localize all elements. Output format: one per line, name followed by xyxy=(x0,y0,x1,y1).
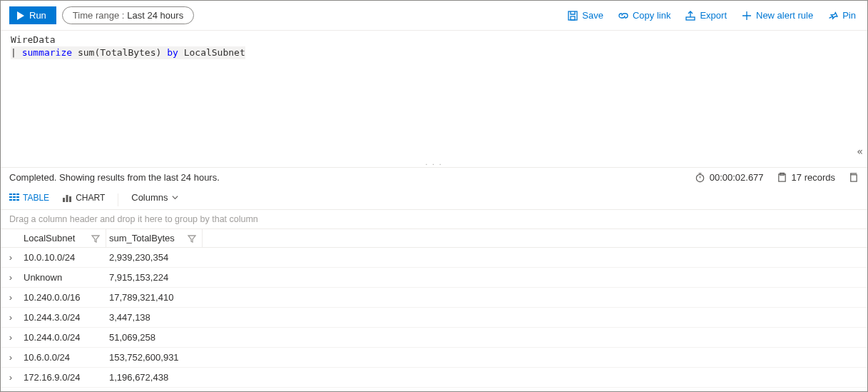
cell-localsubnet: 10.6.0.0/24 xyxy=(21,352,106,363)
svg-rect-13 xyxy=(16,196,19,198)
export-button[interactable]: Export xyxy=(680,7,731,24)
svg-rect-19 xyxy=(69,196,71,202)
columns-picker[interactable]: Columns xyxy=(131,192,178,207)
svg-rect-14 xyxy=(9,199,12,201)
cell-sum-totalbytes: 153,752,600,931 xyxy=(106,352,220,363)
groupby-dropzone[interactable]: Drag a column header and drop it here to… xyxy=(1,210,867,229)
svg-rect-11 xyxy=(9,196,12,198)
table-row[interactable]: ›172.16.9.0/241,196,672,438 xyxy=(1,368,867,388)
toolbar: Run Time range : Last 24 hours Save Copy… xyxy=(1,1,867,31)
expand-row-icon[interactable]: › xyxy=(1,352,21,363)
run-button[interactable]: Run xyxy=(9,6,56,24)
export-icon xyxy=(685,10,696,21)
tab-chart[interactable]: CHART xyxy=(62,193,105,207)
save-icon xyxy=(567,10,578,21)
table-row[interactable]: ›10.244.0.0/2451,069,258 xyxy=(1,328,867,348)
status-text: Completed. Showing results from the last… xyxy=(9,172,220,183)
table-row[interactable]: ›10.240.0.0/1617,789,321,410 xyxy=(1,288,867,308)
svg-rect-10 xyxy=(16,194,19,195)
svg-rect-18 xyxy=(66,195,68,202)
expand-row-icon[interactable]: › xyxy=(1,372,21,383)
plus-icon xyxy=(741,10,752,21)
column-header-localsubnet[interactable]: LocalSubnet xyxy=(21,229,106,247)
record-count: 17 records xyxy=(777,172,835,183)
pin-button[interactable]: Pin xyxy=(823,7,860,24)
timerange-value: Last 24 hours xyxy=(127,10,183,21)
grid-body: ›10.0.10.0/242,939,230,354›Unknown7,915,… xyxy=(1,248,867,388)
cell-sum-totalbytes: 7,915,153,224 xyxy=(106,272,220,283)
play-icon xyxy=(16,11,25,20)
cell-localsubnet: 10.244.0.0/24 xyxy=(21,332,106,343)
collapse-editor-icon[interactable]: « xyxy=(857,145,863,158)
svg-rect-15 xyxy=(13,199,16,201)
cell-sum-totalbytes: 51,069,258 xyxy=(106,332,220,343)
link-icon xyxy=(618,10,629,21)
cell-sum-totalbytes: 2,939,230,354 xyxy=(106,252,220,263)
filter-icon[interactable] xyxy=(91,234,100,243)
expand-row-icon[interactable]: › xyxy=(1,292,21,303)
clipboard-icon xyxy=(777,172,787,183)
cell-sum-totalbytes: 3,447,138 xyxy=(106,312,220,323)
svg-rect-7 xyxy=(851,175,857,181)
timerange-picker[interactable]: Time range : Last 24 hours xyxy=(62,6,194,24)
cell-localsubnet: Unknown xyxy=(21,272,106,283)
tab-table[interactable]: TABLE xyxy=(9,193,49,207)
table-row[interactable]: ›Unknown7,915,153,224 xyxy=(1,268,867,288)
timerange-label: Time range : xyxy=(73,10,125,21)
export-label: Export xyxy=(700,10,727,21)
svg-rect-2 xyxy=(571,16,575,20)
table-row[interactable]: ›10.244.3.0/243,447,138 xyxy=(1,308,867,328)
table-row[interactable]: ›10.6.0.0/24153,752,600,931 xyxy=(1,348,867,368)
chevron-down-icon xyxy=(171,194,179,201)
pane-resize-handle[interactable]: . . . xyxy=(1,161,867,168)
cell-localsubnet: 10.240.0.0/16 xyxy=(21,292,106,303)
elapsed-time: 00:00:02.677 xyxy=(695,172,764,183)
column-header-sum-totalbytes[interactable]: sum_TotalBytes xyxy=(106,229,203,247)
save-label: Save xyxy=(582,10,603,21)
expand-row-icon[interactable]: › xyxy=(1,252,21,263)
status-bar: Completed. Showing results from the last… xyxy=(1,168,867,187)
query-line1: WireData xyxy=(11,34,56,45)
new-alert-button[interactable]: New alert rule xyxy=(737,7,817,24)
svg-rect-12 xyxy=(13,196,16,198)
svg-rect-3 xyxy=(686,17,695,20)
svg-marker-0 xyxy=(17,11,24,20)
copy-results-icon[interactable] xyxy=(848,172,859,183)
cell-localsubnet: 172.16.9.0/24 xyxy=(21,372,106,383)
save-button[interactable]: Save xyxy=(563,7,608,24)
pin-icon xyxy=(827,10,839,21)
cell-sum-totalbytes: 1,196,672,438 xyxy=(106,372,220,383)
grid-header: LocalSubnet sum_TotalBytes xyxy=(1,229,867,248)
copylink-button[interactable]: Copy link xyxy=(613,7,675,24)
expand-row-icon[interactable]: › xyxy=(1,272,21,283)
cell-sum-totalbytes: 17,789,321,410 xyxy=(106,292,220,303)
run-label: Run xyxy=(29,10,46,21)
svg-rect-9 xyxy=(13,194,16,195)
table-row[interactable]: ›10.0.10.0/242,939,230,354 xyxy=(1,248,867,268)
svg-rect-8 xyxy=(9,194,12,195)
query-editor[interactable]: WireData | summarize sum(TotalBytes) by … xyxy=(1,31,867,161)
table-icon xyxy=(9,193,19,203)
pin-label: Pin xyxy=(842,10,856,21)
svg-rect-17 xyxy=(63,198,65,202)
copylink-label: Copy link xyxy=(633,10,670,21)
chart-icon xyxy=(62,193,72,203)
cell-localsubnet: 10.244.3.0/24 xyxy=(21,312,106,323)
filter-icon[interactable] xyxy=(188,234,196,243)
expand-row-icon[interactable]: › xyxy=(1,332,21,343)
expand-row-icon[interactable]: › xyxy=(1,312,21,323)
new-alert-label: New alert rule xyxy=(756,10,813,21)
stopwatch-icon xyxy=(695,172,705,183)
cell-localsubnet: 10.0.10.0/24 xyxy=(21,252,106,263)
svg-rect-1 xyxy=(568,11,577,20)
svg-rect-16 xyxy=(16,199,19,201)
result-view-tabs: TABLE CHART Columns xyxy=(1,187,867,210)
